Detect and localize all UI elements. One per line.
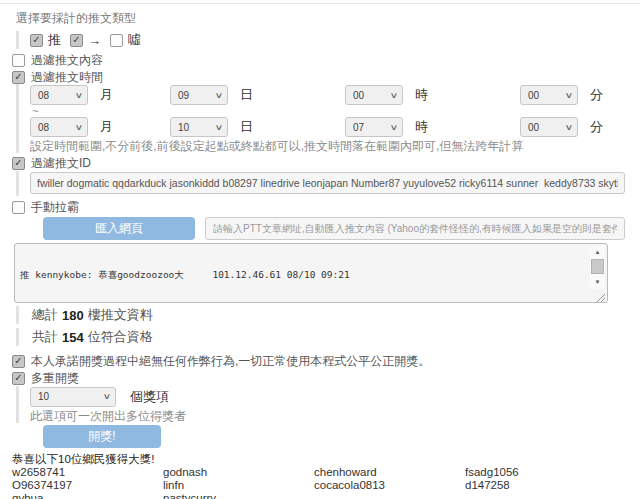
id-filter-checkbox[interactable]: ✓ bbox=[12, 157, 25, 170]
start-month-select[interactable]: 08 ∨ bbox=[30, 85, 88, 105]
time-range-hint: 設定時間範圍,不分前後,前後設定起點或終點都可以,推文時間落在範圍內即可,但無法… bbox=[30, 140, 640, 153]
winner-id: w2658741 bbox=[12, 466, 163, 479]
manual-slot-row[interactable]: ✓ 手動拉霸 bbox=[12, 200, 640, 214]
winner-id: d147258 bbox=[465, 479, 616, 492]
winner-id: cocacola0813 bbox=[314, 479, 465, 492]
import-row: 匯入網頁 bbox=[43, 217, 640, 240]
check-icon: ✓ bbox=[14, 72, 22, 82]
winners-grid: w2658741 godnash chenhoward fsadg1056 O9… bbox=[12, 466, 640, 499]
article-url-input[interactable] bbox=[205, 217, 625, 240]
resize-grip-icon[interactable] bbox=[594, 289, 606, 301]
chevron-down-icon: ∨ bbox=[215, 123, 224, 132]
start-minute-select[interactable]: 00 ∨ bbox=[520, 85, 578, 105]
prize-unit-label: 個獎項 bbox=[130, 388, 169, 406]
minute-unit-label: 分 bbox=[590, 118, 603, 136]
winner-id: gyhua bbox=[12, 492, 163, 499]
time-end-row: 08 ∨ 月 10 ∨ 日 07 ∨ 時 bbox=[30, 116, 640, 138]
chevron-down-icon: ∨ bbox=[215, 91, 224, 100]
push-type-boo-label: 噓 bbox=[128, 31, 141, 49]
winner-id: O96374197 bbox=[12, 479, 163, 492]
chevron-down-icon: ∨ bbox=[390, 91, 399, 100]
prize-count-select[interactable]: 10 ∨ bbox=[30, 387, 116, 407]
fairness-promise-row[interactable]: ✓ 本人承諾開獎過程中絕無任何作弊行為,一切正常使用本程式公平公正開獎。 bbox=[12, 354, 640, 368]
boo-checkbox[interactable]: ✓ bbox=[110, 34, 123, 47]
time-range-tilde: ~ bbox=[32, 106, 640, 116]
chevron-down-icon: ∨ bbox=[565, 91, 574, 100]
content-filter-row[interactable]: ✓ 過濾推文內容 bbox=[12, 53, 640, 67]
chevron-down-icon: ∨ bbox=[103, 392, 112, 401]
id-filter-row[interactable]: ✓ 過濾推文ID bbox=[12, 156, 640, 170]
scroll-up-icon[interactable]: ▲ bbox=[590, 246, 605, 257]
winner-id: linfn bbox=[163, 479, 314, 492]
minute-unit-label: 分 bbox=[590, 86, 603, 104]
import-webpage-button[interactable]: 匯入網頁 bbox=[43, 217, 195, 240]
push-type-arrow-label: → bbox=[88, 33, 101, 48]
push-line: 推 kennykobe: 恭喜goodzoozoo大 101.12.46.61 … bbox=[20, 269, 585, 280]
end-day-select[interactable]: 10 ∨ bbox=[170, 117, 228, 137]
manual-slot-label: 手動拉霸 bbox=[31, 199, 79, 216]
push-type-push-label: 推 bbox=[48, 31, 61, 49]
content-filter-label: 過濾推文內容 bbox=[31, 52, 103, 69]
total-push-count: 180 bbox=[62, 308, 84, 323]
push-type-push[interactable]: ✓ 推 bbox=[30, 31, 61, 49]
draw-button[interactable]: 開獎! bbox=[43, 425, 161, 448]
push-content-lines: 推 kennykobe: 恭喜goodzoozoo大 101.12.46.61 … bbox=[20, 247, 585, 299]
fairness-promise-label: 本人承諾開獎過程中絕無任何作弊行為,一切正常使用本程式公平公正開獎。 bbox=[31, 353, 430, 370]
push-checkbox[interactable]: ✓ bbox=[30, 34, 43, 47]
ptt-lottery-page: 選擇要採計的推文類型 ✓ 推 ✓ → ✓ 噓 ✓ 過濾推文內容 ✓ 過濾推文時間… bbox=[0, 3, 640, 499]
hour-unit-label: 時 bbox=[415, 118, 428, 136]
scroll-down-icon[interactable]: ▼ bbox=[590, 276, 605, 287]
time-filter-row[interactable]: ✓ 過濾推文時間 bbox=[12, 70, 640, 84]
hour-unit-label: 時 bbox=[415, 86, 428, 104]
id-list-input[interactable] bbox=[30, 172, 625, 194]
multi-draw-label: 多重開獎 bbox=[31, 370, 79, 387]
check-icon: ✓ bbox=[14, 356, 22, 366]
month-unit-label: 月 bbox=[100, 118, 113, 136]
start-day-select[interactable]: 09 ∨ bbox=[170, 85, 228, 105]
push-type-section-label: 選擇要採計的推文類型 bbox=[16, 11, 640, 25]
push-content-textarea[interactable]: 推 kennykobe: 恭喜goodzoozoo大 101.12.46.61 … bbox=[14, 243, 608, 303]
push-type-arrow[interactable]: ✓ → bbox=[70, 33, 101, 48]
month-unit-label: 月 bbox=[100, 86, 113, 104]
multi-draw-row[interactable]: ✓ 多重開獎 bbox=[12, 371, 640, 385]
arrow-checkbox[interactable]: ✓ bbox=[70, 34, 83, 47]
winner-id: chenhoward bbox=[314, 466, 465, 479]
check-icon: ✓ bbox=[14, 158, 22, 168]
qualified-user-count: 154 bbox=[62, 330, 84, 345]
check-icon: ✓ bbox=[72, 35, 80, 45]
winner-id: fsadg1056 bbox=[465, 466, 616, 479]
time-start-row: 08 ∨ 月 09 ∨ 日 00 ∨ 時 bbox=[30, 84, 640, 106]
end-month-select[interactable]: 08 ∨ bbox=[30, 117, 88, 137]
chevron-down-icon: ∨ bbox=[390, 123, 399, 132]
id-filter-label: 過濾推文ID bbox=[31, 155, 91, 172]
push-type-boo[interactable]: ✓ 噓 bbox=[110, 31, 141, 49]
prize-count-block: 10 ∨ 個獎項 此選項可一次開出多位得獎者 bbox=[16, 386, 640, 423]
day-unit-label: 日 bbox=[240, 118, 253, 136]
chevron-down-icon: ∨ bbox=[565, 123, 574, 132]
winner-announcement: 恭喜以下10位鄉民獲得大獎! bbox=[12, 453, 640, 465]
chevron-down-icon: ∨ bbox=[75, 123, 84, 132]
qualified-users-stat: 共計 154 位符合資格 bbox=[16, 328, 640, 346]
total-pushes-stat: 總計 180 樓推文資料 bbox=[16, 306, 640, 324]
check-icon: ✓ bbox=[32, 35, 40, 45]
scrollbar-thumb[interactable] bbox=[591, 259, 604, 274]
time-filter-checkbox[interactable]: ✓ bbox=[12, 71, 25, 84]
content-filter-checkbox[interactable]: ✓ bbox=[12, 54, 25, 67]
manual-slot-checkbox[interactable]: ✓ bbox=[12, 201, 25, 214]
start-hour-select[interactable]: 00 ∨ bbox=[345, 85, 403, 105]
end-minute-select[interactable]: 00 ∨ bbox=[520, 117, 578, 137]
multi-draw-checkbox[interactable]: ✓ bbox=[12, 372, 25, 385]
textarea-scrollbar[interactable]: ▲ ▼ bbox=[590, 246, 605, 289]
end-hour-select[interactable]: 07 ∨ bbox=[345, 117, 403, 137]
winner-id: godnash bbox=[163, 466, 314, 479]
multi-draw-hint: 此選項可一次開出多位得獎者 bbox=[30, 410, 640, 423]
push-type-options: ✓ 推 ✓ → ✓ 噓 bbox=[16, 31, 640, 49]
check-icon: ✓ bbox=[14, 373, 22, 383]
fairness-promise-checkbox[interactable]: ✓ bbox=[12, 355, 25, 368]
top-divider bbox=[0, 3, 640, 4]
time-filter-label: 過濾推文時間 bbox=[31, 69, 103, 86]
chevron-down-icon: ∨ bbox=[75, 91, 84, 100]
time-filter-block: 08 ∨ 月 09 ∨ 日 00 ∨ 時 bbox=[16, 84, 640, 153]
id-filter-block bbox=[16, 171, 640, 196]
winner-id: nastycurry bbox=[163, 492, 314, 499]
